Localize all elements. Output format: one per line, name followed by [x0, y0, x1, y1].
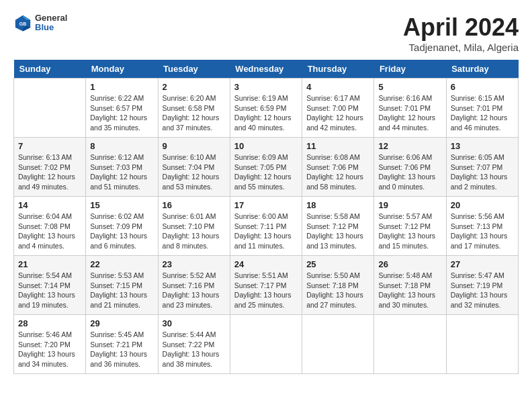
calendar-week-row: 28Sunrise: 5:46 AM Sunset: 7:20 PM Dayli…	[14, 315, 519, 374]
day-info: Sunrise: 6:08 AM Sunset: 7:06 PM Dayligh…	[306, 152, 369, 192]
calendar-day-cell: 7Sunrise: 6:13 AM Sunset: 7:02 PM Daylig…	[14, 138, 86, 197]
calendar-day-cell	[230, 315, 302, 374]
title-block: April 2024 Tadjenanet, Mila, Algeria	[403, 13, 519, 53]
weekday-header: Friday	[374, 60, 446, 79]
day-info: Sunrise: 6:09 AM Sunset: 7:05 PM Dayligh…	[234, 152, 298, 192]
day-number: 14	[18, 200, 81, 210]
calendar-day-cell: 18Sunrise: 5:58 AM Sunset: 7:12 PM Dayli…	[302, 197, 374, 256]
day-info: Sunrise: 6:15 AM Sunset: 7:01 PM Dayligh…	[451, 93, 514, 133]
calendar-day-cell	[446, 315, 518, 374]
day-number: 29	[90, 318, 153, 328]
day-number: 26	[378, 259, 441, 269]
day-number: 2	[163, 82, 226, 92]
day-number: 15	[90, 200, 153, 210]
calendar-day-cell: 20Sunrise: 5:56 AM Sunset: 7:13 PM Dayli…	[446, 197, 518, 256]
calendar-day-cell: 6Sunrise: 6:15 AM Sunset: 7:01 PM Daylig…	[446, 79, 518, 138]
day-number: 28	[18, 318, 81, 328]
day-info: Sunrise: 6:01 AM Sunset: 7:10 PM Dayligh…	[163, 212, 226, 251]
calendar-day-cell	[14, 79, 86, 138]
calendar-day-cell	[374, 315, 446, 374]
calendar-day-cell: 12Sunrise: 6:06 AM Sunset: 7:06 PM Dayli…	[374, 138, 446, 197]
month-title: April 2024	[403, 13, 519, 42]
logo: GB General Blue	[13, 13, 67, 33]
day-info: Sunrise: 5:48 AM Sunset: 7:18 PM Dayligh…	[378, 271, 441, 310]
day-number: 7	[18, 141, 81, 151]
day-number: 30	[163, 318, 226, 328]
logo-icon: GB	[13, 13, 32, 32]
day-number: 6	[451, 82, 514, 92]
day-info: Sunrise: 5:56 AM Sunset: 7:13 PM Dayligh…	[451, 212, 514, 251]
page-header: GB General Blue April 2024 Tadjenanet, M…	[13, 13, 519, 53]
calendar-day-cell: 21Sunrise: 5:54 AM Sunset: 7:14 PM Dayli…	[14, 256, 86, 315]
day-number: 22	[90, 259, 153, 269]
calendar-day-cell: 2Sunrise: 6:20 AM Sunset: 6:58 PM Daylig…	[158, 79, 230, 138]
calendar-day-cell: 4Sunrise: 6:17 AM Sunset: 7:00 PM Daylig…	[302, 79, 374, 138]
day-number: 19	[378, 200, 441, 210]
calendar-table: SundayMondayTuesdayWednesdayThursdayFrid…	[13, 60, 519, 374]
calendar-day-cell: 10Sunrise: 6:09 AM Sunset: 7:05 PM Dayli…	[230, 138, 302, 197]
calendar-week-row: 1Sunrise: 6:22 AM Sunset: 6:57 PM Daylig…	[14, 79, 519, 138]
calendar-day-cell: 8Sunrise: 6:12 AM Sunset: 7:03 PM Daylig…	[86, 138, 158, 197]
calendar-day-cell: 1Sunrise: 6:22 AM Sunset: 6:57 PM Daylig…	[86, 79, 158, 138]
day-info: Sunrise: 5:54 AM Sunset: 7:14 PM Dayligh…	[18, 271, 81, 310]
day-info: Sunrise: 5:53 AM Sunset: 7:15 PM Dayligh…	[90, 271, 153, 310]
day-info: Sunrise: 5:50 AM Sunset: 7:18 PM Dayligh…	[306, 271, 369, 310]
calendar-day-cell: 29Sunrise: 5:45 AM Sunset: 7:21 PM Dayli…	[86, 315, 158, 374]
calendar-day-cell: 3Sunrise: 6:19 AM Sunset: 6:59 PM Daylig…	[230, 79, 302, 138]
calendar-day-cell: 28Sunrise: 5:46 AM Sunset: 7:20 PM Dayli…	[14, 315, 86, 374]
weekday-header: Sunday	[14, 60, 86, 79]
day-number: 20	[451, 200, 514, 210]
day-info: Sunrise: 6:05 AM Sunset: 7:07 PM Dayligh…	[451, 152, 514, 192]
day-number: 25	[306, 259, 369, 269]
day-info: Sunrise: 6:00 AM Sunset: 7:11 PM Dayligh…	[234, 212, 298, 251]
day-number: 18	[306, 200, 369, 210]
calendar-day-cell: 11Sunrise: 6:08 AM Sunset: 7:06 PM Dayli…	[302, 138, 374, 197]
calendar-day-cell: 30Sunrise: 5:44 AM Sunset: 7:22 PM Dayli…	[158, 315, 230, 374]
calendar-day-cell: 17Sunrise: 6:00 AM Sunset: 7:11 PM Dayli…	[230, 197, 302, 256]
day-number: 27	[451, 259, 514, 269]
day-info: Sunrise: 6:17 AM Sunset: 7:00 PM Dayligh…	[306, 93, 369, 133]
day-info: Sunrise: 6:02 AM Sunset: 7:09 PM Dayligh…	[90, 212, 153, 251]
weekday-header: Thursday	[302, 60, 374, 79]
weekday-header: Wednesday	[230, 60, 302, 79]
day-info: Sunrise: 6:06 AM Sunset: 7:06 PM Dayligh…	[378, 152, 441, 192]
calendar-day-cell: 26Sunrise: 5:48 AM Sunset: 7:18 PM Dayli…	[374, 256, 446, 315]
day-number: 8	[90, 141, 153, 151]
calendar-day-cell: 24Sunrise: 5:51 AM Sunset: 7:17 PM Dayli…	[230, 256, 302, 315]
logo-text: General Blue	[35, 13, 67, 33]
day-info: Sunrise: 5:46 AM Sunset: 7:20 PM Dayligh…	[18, 330, 81, 369]
calendar-day-cell: 22Sunrise: 5:53 AM Sunset: 7:15 PM Dayli…	[86, 256, 158, 315]
svg-text:GB: GB	[19, 21, 27, 26]
day-number: 12	[378, 141, 441, 151]
day-number: 13	[451, 141, 514, 151]
calendar-day-cell: 25Sunrise: 5:50 AM Sunset: 7:18 PM Dayli…	[302, 256, 374, 315]
weekday-header: Monday	[86, 60, 158, 79]
calendar-week-row: 21Sunrise: 5:54 AM Sunset: 7:14 PM Dayli…	[14, 256, 519, 315]
day-info: Sunrise: 5:51 AM Sunset: 7:17 PM Dayligh…	[234, 271, 298, 310]
day-info: Sunrise: 5:57 AM Sunset: 7:12 PM Dayligh…	[378, 212, 441, 251]
day-info: Sunrise: 6:20 AM Sunset: 6:58 PM Dayligh…	[163, 93, 226, 133]
day-number: 24	[234, 259, 298, 269]
day-info: Sunrise: 6:12 AM Sunset: 7:03 PM Dayligh…	[90, 152, 153, 192]
calendar-day-cell: 5Sunrise: 6:16 AM Sunset: 7:01 PM Daylig…	[374, 79, 446, 138]
calendar-day-cell: 15Sunrise: 6:02 AM Sunset: 7:09 PM Dayli…	[86, 197, 158, 256]
calendar-day-cell	[302, 315, 374, 374]
calendar-day-cell: 27Sunrise: 5:47 AM Sunset: 7:19 PM Dayli…	[446, 256, 518, 315]
day-number: 10	[234, 141, 298, 151]
day-number: 16	[163, 200, 226, 210]
day-number: 9	[163, 141, 226, 151]
calendar-day-cell: 14Sunrise: 6:04 AM Sunset: 7:08 PM Dayli…	[14, 197, 86, 256]
day-number: 1	[90, 82, 153, 92]
day-number: 11	[306, 141, 369, 151]
day-info: Sunrise: 5:52 AM Sunset: 7:16 PM Dayligh…	[163, 271, 226, 310]
calendar-week-row: 7Sunrise: 6:13 AM Sunset: 7:02 PM Daylig…	[14, 138, 519, 197]
calendar-day-cell: 9Sunrise: 6:10 AM Sunset: 7:04 PM Daylig…	[158, 138, 230, 197]
day-number: 23	[163, 259, 226, 269]
day-info: Sunrise: 5:45 AM Sunset: 7:21 PM Dayligh…	[90, 330, 153, 369]
weekday-header-row: SundayMondayTuesdayWednesdayThursdayFrid…	[14, 60, 519, 79]
day-number: 17	[234, 200, 298, 210]
location: Tadjenanet, Mila, Algeria	[403, 42, 519, 53]
day-info: Sunrise: 6:19 AM Sunset: 6:59 PM Dayligh…	[234, 93, 298, 133]
day-number: 5	[378, 82, 441, 92]
day-info: Sunrise: 6:04 AM Sunset: 7:08 PM Dayligh…	[18, 212, 81, 251]
